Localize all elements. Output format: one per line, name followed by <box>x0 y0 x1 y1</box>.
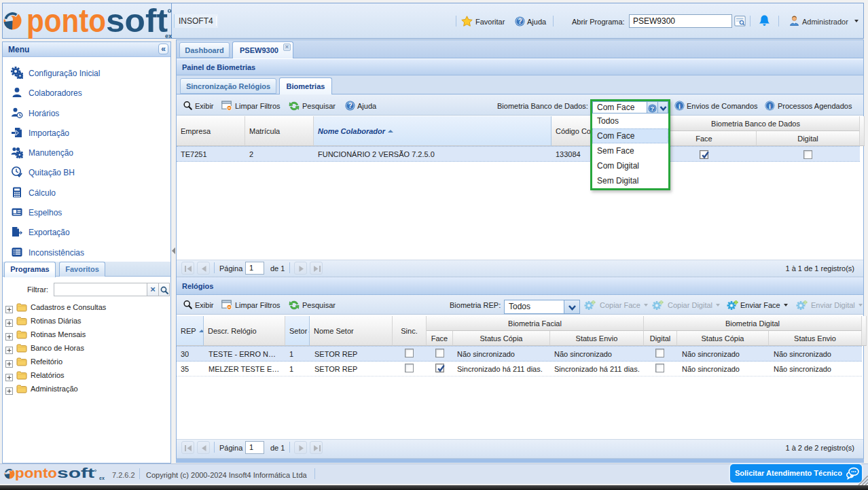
svg-text:i: i <box>679 103 681 110</box>
svg-text:ponto: ponto <box>15 466 57 480</box>
svg-text:?: ? <box>651 105 655 112</box>
svg-text:i: i <box>769 103 771 110</box>
svg-text:?: ? <box>348 102 352 109</box>
svg-text:ex: ex <box>99 476 105 480</box>
svg-text:soft: soft <box>106 3 168 39</box>
svg-text:soft: soft <box>57 466 94 480</box>
svg-text:?: ? <box>518 18 522 25</box>
svg-text:ex: ex <box>165 33 172 39</box>
svg-text:ponto: ponto <box>26 3 106 39</box>
